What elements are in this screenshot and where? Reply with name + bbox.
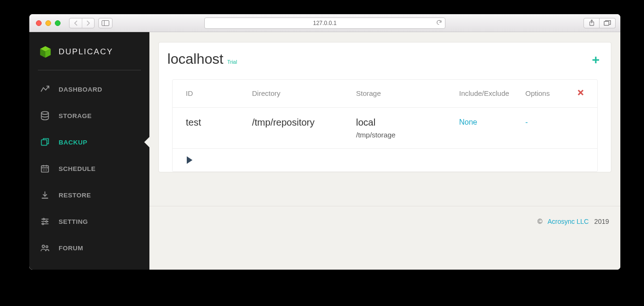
main-content: localhost Trial ID Directory Storage Inc	[149, 32, 620, 270]
traffic-lights	[29, 20, 61, 26]
browser-toolbar-right	[583, 18, 616, 28]
tabs-button[interactable]	[600, 18, 616, 28]
col-directory: Directory	[252, 89, 356, 98]
options-link[interactable]: -	[525, 118, 528, 126]
browser-forward-button[interactable]	[82, 18, 94, 28]
dashboard-icon	[40, 85, 50, 94]
col-options: Options	[525, 89, 570, 98]
reload-icon[interactable]	[436, 19, 442, 27]
delete-all-icon[interactable]	[577, 89, 584, 97]
copyright-year: 2019	[594, 218, 609, 225]
schedule-icon	[40, 164, 50, 173]
sidebar-item-label: STORAGE	[59, 112, 92, 119]
col-include-exclude: Include/Exclude	[459, 89, 525, 98]
cell-directory: /tmp/repository	[252, 117, 356, 128]
app-sidebar: DUPLICACY DASHBOARD STORAGE	[29, 32, 149, 270]
sidebar-item-setting[interactable]: SETTING	[29, 208, 149, 235]
svg-rect-12	[42, 166, 49, 172]
sidebar-item-label: RESTORE	[59, 192, 91, 199]
col-id: ID	[186, 89, 252, 98]
browser-url-bar[interactable]: 127.0.0.1	[204, 17, 445, 29]
storage-name: local	[356, 117, 459, 128]
restore-icon	[40, 190, 50, 200]
backup-panel: localhost Trial ID Directory Storage Inc	[159, 42, 611, 172]
sidebar-item-label: SETTING	[59, 218, 88, 225]
svg-rect-0	[102, 20, 109, 26]
brand-title: DUPLICACY	[59, 47, 113, 57]
brand: DUPLICACY	[29, 41, 149, 68]
backup-table: ID Directory Storage Include/Exclude Opt…	[172, 79, 598, 172]
sidebar-item-storage[interactable]: STORAGE	[29, 102, 149, 129]
storage-icon	[40, 111, 50, 120]
sidebar-item-label: BACKUP	[59, 139, 87, 146]
sidebar-item-forum[interactable]: FORUM	[29, 235, 149, 261]
host-name: localhost	[167, 51, 223, 67]
sidebar-item-label: FORUM	[59, 245, 83, 252]
license-tag: Trial	[227, 59, 237, 65]
panel-title: localhost Trial	[167, 51, 237, 67]
browser-window: 127.0.0.1	[29, 14, 620, 270]
setting-icon	[40, 217, 50, 226]
table-row: test /tmp/repository local /tmp/storage …	[173, 108, 597, 149]
cell-id: test	[186, 117, 252, 128]
col-storage: Storage	[356, 89, 459, 98]
window-close-button[interactable]	[36, 20, 42, 26]
svg-rect-11	[42, 140, 47, 145]
sidebar-item-backup[interactable]: BACKUP	[29, 129, 149, 155]
browser-titlebar: 127.0.0.1	[29, 14, 620, 32]
browser-back-button[interactable]	[70, 18, 82, 28]
svg-point-28	[46, 246, 48, 247]
svg-rect-4	[604, 21, 609, 25]
include-exclude-link[interactable]: None	[459, 118, 477, 126]
footer: © Acrosync LLC 2019	[149, 206, 620, 225]
svg-point-22	[43, 218, 44, 220]
window-zoom-button[interactable]	[55, 20, 61, 26]
sidebar-item-schedule[interactable]: SCHEDULE	[29, 155, 149, 182]
svg-point-24	[46, 221, 47, 222]
svg-point-10	[42, 111, 49, 114]
backup-icon	[40, 137, 50, 147]
divider	[38, 70, 141, 70]
svg-point-26	[42, 223, 44, 224]
share-button[interactable]	[583, 18, 600, 28]
run-backup-button[interactable]	[187, 156, 192, 164]
svg-point-27	[42, 245, 44, 247]
window-minimize-button[interactable]	[45, 20, 51, 26]
sidebar-item-label: DASHBOARD	[59, 86, 102, 93]
forum-icon	[40, 243, 50, 253]
sidebar-item-dashboard[interactable]: DASHBOARD	[29, 76, 149, 102]
table-header-row: ID Directory Storage Include/Exclude Opt…	[173, 80, 597, 108]
sidebar-nav: DASHBOARD STORAGE BACKUP	[29, 76, 149, 261]
storage-path: /tmp/storage	[356, 131, 459, 139]
panel-header: localhost Trial	[159, 42, 611, 72]
brand-logo-icon	[39, 45, 52, 59]
browser-url-text: 127.0.0.1	[313, 20, 337, 26]
sidebar-item-label: SCHEDULE	[59, 165, 96, 172]
browser-sidebar-toggle[interactable]	[98, 18, 113, 28]
add-backup-button[interactable]	[592, 56, 600, 66]
browser-nav-buttons	[69, 18, 95, 28]
table-footer	[173, 149, 597, 171]
sidebar-item-restore[interactable]: RESTORE	[29, 182, 149, 208]
page: DUPLICACY DASHBOARD STORAGE	[29, 32, 620, 270]
company-link[interactable]: Acrosync LLC	[548, 218, 589, 225]
copyright-symbol: ©	[538, 218, 542, 225]
cell-storage: local /tmp/storage	[356, 117, 459, 139]
